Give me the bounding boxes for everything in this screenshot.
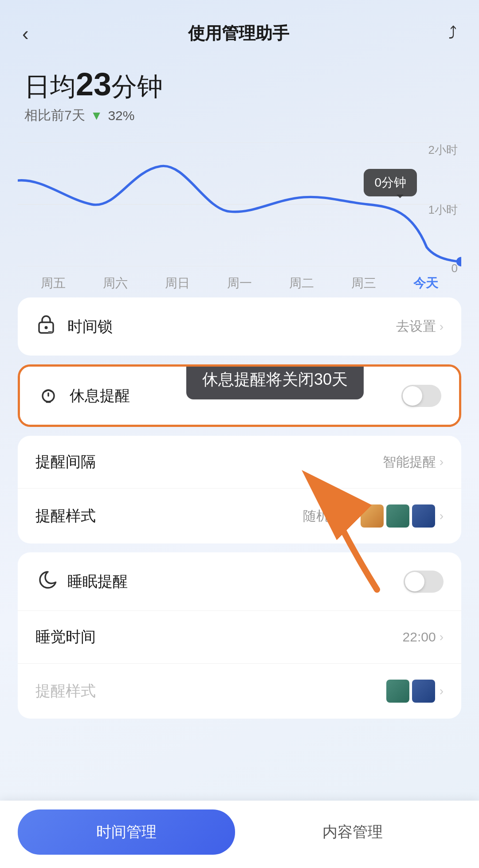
sleep-thumbnail-group: [386, 680, 435, 703]
sleep-thumbnail-2: [412, 680, 435, 703]
stats-section: 日均23分钟 相比前7天 ▼ 32%: [0, 54, 479, 129]
x-label-mon: 周一: [208, 275, 271, 292]
sleep-time-value[interactable]: 22:00 ›: [403, 629, 444, 645]
reminder-style-value[interactable]: 随机精选 ›: [303, 504, 444, 528]
percent-value: 32%: [108, 108, 134, 123]
sleep-time-chevron: ›: [440, 630, 444, 644]
sleep-time-row[interactable]: 睡觉时间 22:00 ›: [18, 611, 461, 664]
sleep-reminder-label: 睡眠提醒: [67, 571, 404, 592]
avg-suffix: 分钟: [111, 72, 163, 101]
share-button[interactable]: ⤴: [448, 24, 457, 43]
chart-svg: [18, 142, 461, 266]
rest-reminder-card: 休息提醒将关闭30天 休息提醒: [18, 364, 461, 427]
sleep-icon: [35, 568, 57, 594]
x-label-today: 今天: [395, 275, 457, 292]
time-lock-action[interactable]: 去设置 ›: [396, 317, 444, 336]
chart-x-axis: 周五 周六 周日 周一 周二 周三 今天: [18, 270, 461, 292]
tab-time-management[interactable]: 时间管理: [18, 809, 235, 855]
avg-prefix: 日均: [24, 72, 76, 101]
time-lock-chevron: ›: [440, 320, 444, 334]
svg-point-3: [456, 257, 461, 267]
reminder-style-text: 随机精选: [303, 507, 356, 525]
time-lock-icon: [35, 313, 57, 340]
reminder-style-chevron: ›: [440, 509, 444, 523]
back-button[interactable]: ‹: [22, 23, 29, 45]
sleep-time-label: 睡觉时间: [35, 627, 403, 647]
daily-average: 日均23分钟: [24, 67, 455, 102]
reminder-settings-card: 提醒间隔 智能提醒 › 提醒样式 随机精选 ›: [18, 436, 461, 543]
comparison-label: 相比前7天: [24, 106, 85, 125]
chart-section: 2小时 1小时 0 0分钟 周五 周六 周日 周一 周二 周三 今天: [0, 133, 479, 289]
x-label-fri: 周五: [22, 275, 84, 292]
svg-point-5: [45, 326, 48, 329]
sleep-style-row[interactable]: 提醒样式 ›: [18, 664, 461, 719]
time-lock-action-text: 去设置: [396, 317, 436, 336]
trend-down-icon: ▼: [90, 109, 103, 123]
reminder-interval-label: 提醒间隔: [35, 452, 383, 472]
rest-reminder-label: 休息提醒: [70, 386, 401, 406]
rest-reminder-icon: [38, 383, 59, 409]
chart-tooltip: 0分钟: [364, 169, 417, 196]
reminder-interval-chevron: ›: [440, 455, 444, 469]
thumbnail-3: [412, 504, 435, 528]
x-label-sun: 周日: [146, 275, 208, 292]
time-lock-card: 时间锁 去设置 ›: [18, 297, 461, 356]
comparison-row: 相比前7天 ▼ 32%: [24, 106, 455, 125]
reminder-style-label: 提醒样式: [35, 506, 303, 526]
x-label-tue: 周二: [271, 275, 333, 292]
chart-container: 0分钟 周五 周六 周日 周一 周二 周三 今天: [18, 142, 461, 284]
tab-content-management[interactable]: 内容管理: [244, 809, 461, 855]
time-lock-row[interactable]: 时间锁 去设置 ›: [18, 297, 461, 356]
sleep-reminder-toggle[interactable]: [404, 571, 444, 593]
reminder-interval-row[interactable]: 提醒间隔 智能提醒 ›: [18, 436, 461, 489]
x-label-wed: 周三: [333, 275, 395, 292]
thumbnail-1: [361, 504, 384, 528]
sleep-time-text: 22:00: [403, 629, 436, 645]
thumbnail-2: [386, 504, 409, 528]
sleep-style-value[interactable]: ›: [386, 680, 444, 703]
rest-reminder-row[interactable]: 休息提醒: [20, 367, 459, 425]
sleep-reminder-card: 睡眠提醒 睡觉时间 22:00 › 提醒样式 ›: [18, 552, 461, 719]
x-label-sat: 周六: [84, 275, 146, 292]
sleep-reminder-row[interactable]: 睡眠提醒: [18, 552, 461, 611]
sleep-style-label: 提醒样式: [35, 681, 386, 701]
thumbnail-group: [361, 504, 435, 528]
sleep-style-chevron: ›: [440, 684, 444, 698]
cards-section: 时间锁 去设置 › 休息提醒将关闭30天 休息提醒 提醒间隔: [0, 289, 479, 719]
sleep-thumbnail-1: [386, 680, 409, 703]
page-title: 使用管理助手: [188, 22, 289, 45]
time-lock-label: 时间锁: [67, 317, 396, 337]
avg-number: 23: [76, 66, 111, 102]
reminder-interval-value[interactable]: 智能提醒 ›: [383, 453, 444, 471]
reminder-style-row[interactable]: 提醒样式 随机精选 ›: [18, 489, 461, 543]
reminder-interval-text: 智能提醒: [383, 453, 436, 471]
header: ‹ 使用管理助手 ⤴: [0, 0, 479, 54]
svg-rect-6: [48, 331, 52, 333]
rest-reminder-toggle[interactable]: [401, 385, 441, 407]
bottom-tab-bar: 时间管理 内容管理: [0, 801, 479, 868]
